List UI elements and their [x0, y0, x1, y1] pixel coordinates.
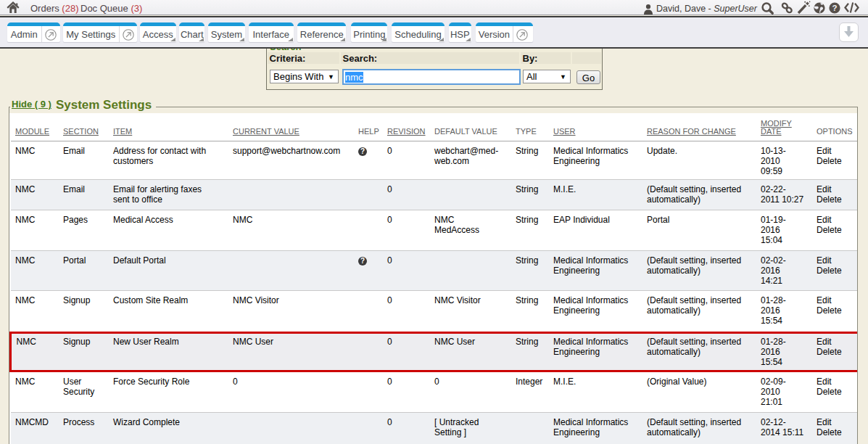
svg-text:?: ?	[832, 4, 837, 12]
